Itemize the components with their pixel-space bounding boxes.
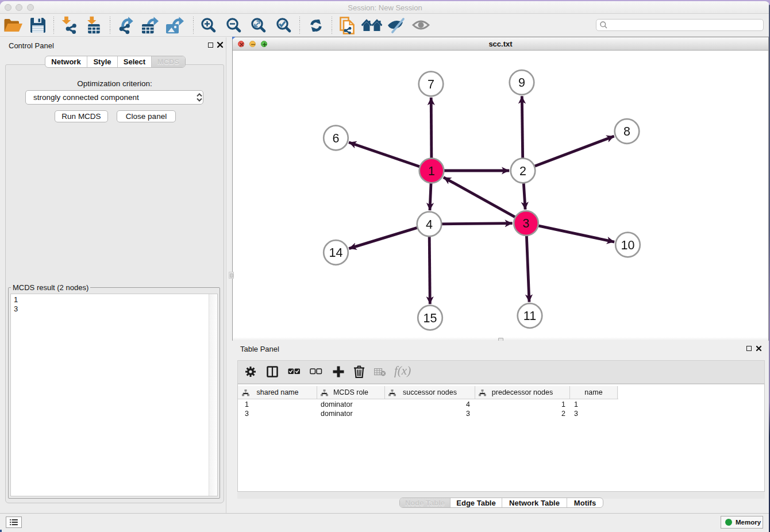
- svg-text:11: 11: [523, 309, 536, 323]
- svg-text:1: 1: [428, 164, 435, 178]
- svg-text:8: 8: [623, 125, 630, 138]
- svg-text:14: 14: [329, 246, 343, 260]
- svg-text:15: 15: [424, 311, 437, 325]
- svg-text:10: 10: [621, 238, 635, 252]
- svg-text:4: 4: [426, 218, 433, 232]
- svg-text:3: 3: [523, 217, 530, 230]
- svg-text:2: 2: [519, 164, 526, 178]
- svg-text:6: 6: [333, 132, 340, 145]
- svg-text:7: 7: [428, 78, 434, 91]
- svg-text:9: 9: [518, 76, 525, 90]
